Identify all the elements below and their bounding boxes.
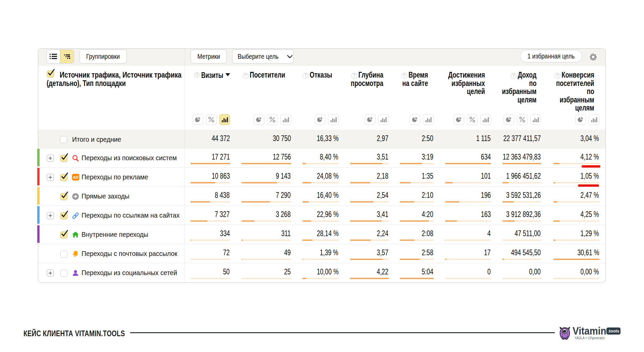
svg-text:AD: AD [73, 175, 78, 179]
